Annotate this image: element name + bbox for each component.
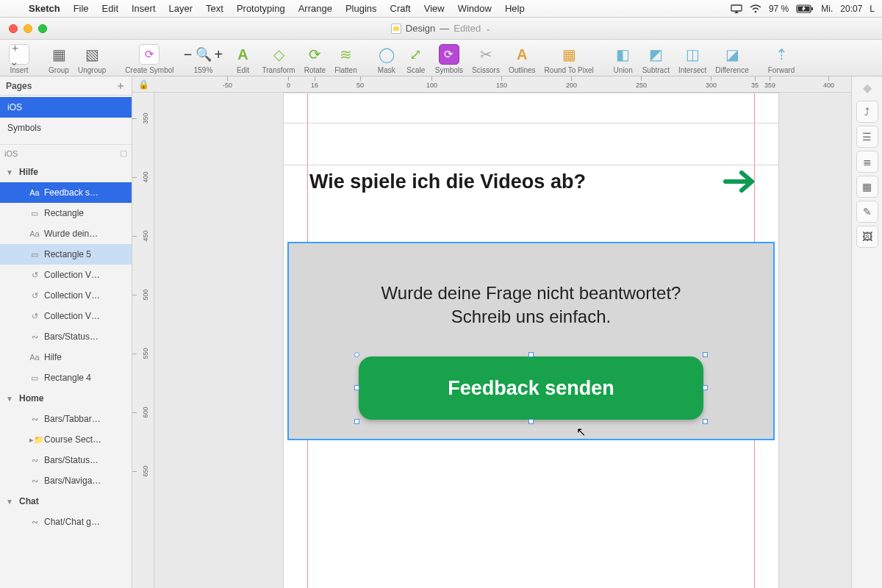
add-page-button[interactable]: ＋ [115,79,126,93]
menu-craft[interactable]: Craft [384,3,417,14]
layer-item[interactable]: ∾Bars/Status… [0,326,132,347]
tool-scale[interactable]: ⤢Scale [401,44,431,74]
layer-item[interactable]: ∾Bars/Status… [0,450,132,470]
document-title: Design [406,23,435,34]
pages-header: Pages ＋ [0,76,132,96]
question-text[interactable]: Wie spiele ich die Videos ab? [309,171,733,193]
feedback-send-button[interactable]: Feedback senden [359,356,703,420]
list-row-divider [284,123,778,165]
battery-percent: 97 % [769,4,789,14]
layers-panel: Pages ＋ iOS Symbols iOS ▢ ▼HilfeAaFeedba… [0,76,132,588]
feedback-block[interactable]: Wurde deine Frage nicht beantwortet? Sch… [287,242,775,440]
tool-mask[interactable]: ◯Mask [372,44,401,74]
document-icon [391,24,401,34]
layer-item[interactable]: ∾Chat/Chat g… [0,512,132,532]
tool-flatten[interactable]: ≋Flatten [330,44,362,74]
page-ios[interactable]: iOS [0,97,132,118]
menu-insert[interactable]: Insert [125,3,162,14]
clock-day: Mi. [821,4,833,14]
svg-rect-4 [811,7,813,10]
tool-ungroup[interactable]: ▧Ungroup [74,44,110,74]
menu-prototyping[interactable]: Prototyping [230,3,292,14]
rs-upload-icon[interactable]: ⤴ [856,101,878,123]
tool-difference[interactable]: ◪Difference [711,44,753,74]
macos-menubar: Sketch File Edit Insert Layer Text Proto… [0,0,882,18]
page-symbols[interactable]: Symbols [0,118,132,138]
tool-union[interactable]: ◧Union [609,44,638,74]
window-zoom[interactable] [38,24,47,33]
document-state: Edited [453,23,481,34]
menu-edit[interactable]: Edit [96,3,125,14]
layer-item[interactable]: ∾Bars/Naviga… [0,470,132,491]
tool-forward[interactable]: ⇡Forward [764,44,800,74]
tool-subtract[interactable]: ◩Subtract [638,44,674,74]
tool-group[interactable]: ▦Group [44,44,74,74]
tool-round-to-pixel[interactable]: ▦Round To Pixel [540,44,598,74]
vertical-ruler: 350400450500550600650 [132,93,154,588]
user-initial[interactable]: L [870,4,875,14]
tool-insert[interactable]: ＋⌄Insert [4,44,34,74]
svg-rect-0 [731,5,742,11]
tool-intersect[interactable]: ◫Intersect [674,44,711,74]
rs-grid-icon[interactable]: ▦ [856,176,878,198]
canvas[interactable]: Wie spiele ich die Videos ab? Wurde dein… [154,93,851,588]
tool-scissors[interactable]: ✂Scissors [467,44,504,74]
layer-item[interactable]: ▸📁Course Sect… [0,429,132,450]
rs-image-icon[interactable]: 🖼 [856,226,878,248]
clock-time: 20:07 [840,4,862,14]
layers-section-icon[interactable]: ▢ [120,148,127,158]
tool-edit[interactable]: AEdit [229,44,258,74]
window-close[interactable] [9,24,18,33]
layer-item[interactable]: AaFeedback s… [0,182,132,203]
rs-wand-icon[interactable]: ✎ [856,201,878,223]
layer-group[interactable]: ▼Home [0,388,132,409]
menu-text[interactable]: Text [199,3,230,14]
tool-rotate[interactable]: ⟳Rotate [300,44,330,74]
menu-plugins[interactable]: Plugins [339,3,384,14]
layer-item[interactable]: ▭Rectangle 5 [0,244,132,265]
horizontal-ruler: -500165010015020025030035940035 [154,76,851,93]
layer-item[interactable]: ∾Bars/Tabbar… [0,409,132,429]
layer-item[interactable]: ↺Collection V… [0,306,132,326]
menu-help[interactable]: Help [498,3,531,14]
menu-arrange[interactable]: Arrange [292,3,339,14]
document-menu-caret[interactable]: ⌄ [485,24,491,32]
right-plugin-strip: ◆ ⤴ ☰ ≣ ▦ ✎ 🖼 [851,76,882,588]
menu-file[interactable]: File [67,3,96,14]
craft-logo-icon[interactable]: ◆ [863,81,872,95]
svg-point-2 [755,10,757,12]
wifi-icon[interactable] [750,4,761,13]
menu-window[interactable]: Window [451,3,498,14]
tool-symbols[interactable]: ⟳Symbols [431,44,467,74]
tool-zoom[interactable]: −🔍+ 159% [189,44,218,74]
artboard[interactable]: Wie spiele ich die Videos ab? Wurde dein… [283,93,779,588]
airplay-icon[interactable] [731,4,742,13]
layer-item[interactable]: AaHilfe [0,347,132,368]
rs-stack-icon[interactable]: ☰ [856,126,878,148]
arrow-right-icon[interactable] [723,168,756,195]
battery-icon [796,4,814,13]
layers-section-title: iOS [4,149,18,158]
layer-item[interactable]: ↺Collection V… [0,265,132,285]
window-titlebar: Design — Edited ⌄ [0,18,882,40]
document-separator: — [440,23,449,34]
menu-view[interactable]: View [417,3,451,14]
tool-create-symbol[interactable]: ⟳Create Symbol [121,44,178,74]
rs-list-icon[interactable]: ≣ [856,151,878,173]
layer-group[interactable]: ▼Chat [0,491,132,512]
tool-transform[interactable]: ◇Transform [258,44,300,74]
layer-item[interactable]: AaWurde dein… [0,223,132,244]
layer-item[interactable]: ▭Rectangle 4 [0,368,132,388]
window-minimize[interactable] [24,24,32,33]
feedback-prompt: Wurde deine Frage nicht beantwortet? Sch… [289,282,773,329]
toolbar: ＋⌄Insert ▦Group ▧Ungroup ⟳Create Symbol … [0,40,882,76]
layer-item[interactable]: ▭Rectangle [0,203,132,223]
ruler-lock-icon[interactable]: 🔒 [132,76,154,93]
app-name[interactable]: Sketch [22,3,67,14]
layer-group[interactable]: ▼Hilfe [0,162,132,182]
menu-layer[interactable]: Layer [162,3,200,14]
tool-outlines[interactable]: AOutlines [504,44,540,74]
layer-item[interactable]: ↺Collection V… [0,285,132,306]
